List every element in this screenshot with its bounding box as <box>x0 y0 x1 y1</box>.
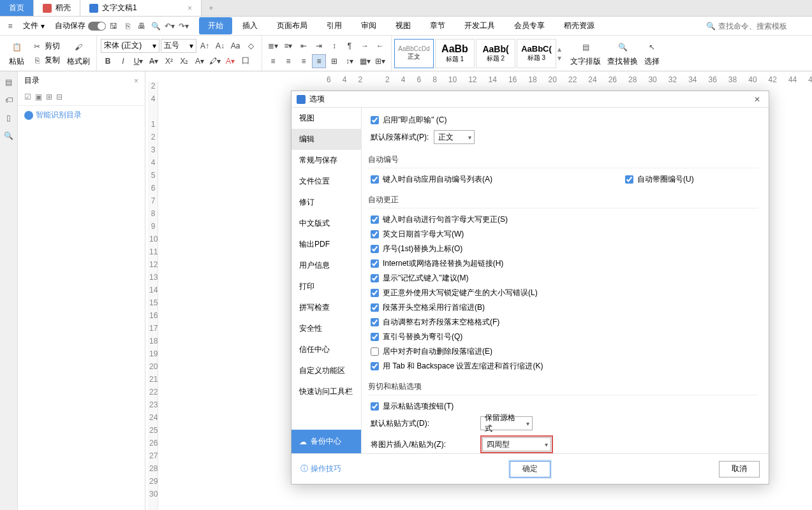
export-icon[interactable]: ⎘ <box>121 20 134 33</box>
ribbon-tab-view[interactable]: 视图 <box>387 17 420 34</box>
align-left-button[interactable]: ≡ <box>266 54 280 68</box>
preview-icon[interactable]: 🔍 <box>149 20 162 33</box>
align-justify-button[interactable]: ≡ <box>312 54 326 68</box>
tag-rail-icon[interactable]: 🏷 <box>3 94 15 106</box>
ribbon-tab-member[interactable]: 会员专享 <box>505 17 554 34</box>
dialog-nav-item[interactable]: 文件位置 <box>292 171 361 192</box>
tips-link[interactable]: ⓘ操作技巧 <box>300 463 341 474</box>
cancel-button[interactable]: 取消 <box>719 461 760 477</box>
minus-icon[interactable]: ⊟ <box>56 92 63 101</box>
ribbon-tab-resource[interactable]: 稻壳资源 <box>555 17 603 34</box>
search-rail-icon[interactable]: 🔍 <box>3 130 15 142</box>
superscript-button[interactable]: X² <box>162 54 176 68</box>
ribbon-tab-start[interactable]: 开始 <box>199 17 232 34</box>
ribbon-tab-insert[interactable]: 插入 <box>233 17 267 34</box>
outline-rail-icon[interactable]: ▤ <box>3 76 15 88</box>
auto-number-u-checkbox[interactable] <box>625 175 633 184</box>
print-icon[interactable]: 🖶 <box>135 20 148 33</box>
font-size-select[interactable]: 五号▾ <box>161 39 196 53</box>
close-icon[interactable]: × <box>188 4 192 13</box>
ac-checkbox[interactable] <box>371 318 379 326</box>
close-icon[interactable]: × <box>134 76 138 85</box>
bullets-button[interactable]: ≣▾ <box>266 39 280 53</box>
subscript-button[interactable]: X₂ <box>177 54 191 68</box>
text-layout-button[interactable]: ▤文字排版 <box>568 38 603 68</box>
paste-button[interactable]: 📋粘贴 <box>6 38 27 68</box>
redo-icon[interactable]: ↷▾ <box>177 20 190 33</box>
align-right-button[interactable]: ≡ <box>297 54 311 68</box>
file-menu-button[interactable]: 文件▾ <box>18 18 50 33</box>
search-input[interactable] <box>718 22 788 31</box>
bold-button[interactable]: B <box>101 54 115 68</box>
close-icon[interactable]: ✕ <box>751 93 764 106</box>
indent-inc-button[interactable]: ⇥ <box>312 39 326 53</box>
change-case-button[interactable]: Aa <box>228 39 242 53</box>
show-marks-button[interactable]: ¶ <box>343 39 357 53</box>
find-replace-button[interactable]: 🔍查找替换 <box>605 38 640 68</box>
ac-checkbox[interactable] <box>371 274 379 282</box>
check-icon[interactable]: ☑ <box>24 92 31 101</box>
copy-button[interactable]: ⎘复制 <box>29 54 62 67</box>
clear-format-button[interactable]: ◇ <box>244 39 258 53</box>
underline-button[interactable]: U▾ <box>131 54 145 68</box>
dialog-nav-item[interactable]: 快速访问工具栏 <box>292 381 361 402</box>
default-para-select[interactable]: 正文 <box>434 130 475 144</box>
ac-checkbox[interactable] <box>371 245 379 253</box>
tab-doc[interactable]: 文字文稿1× <box>80 0 202 16</box>
indent-dec-button[interactable]: ⇤ <box>297 39 311 53</box>
add-tab-button[interactable]: ＋ <box>202 0 221 16</box>
dialog-nav-item[interactable]: 修订 <box>292 192 361 213</box>
numbering-button[interactable]: ≡▾ <box>281 39 295 53</box>
ribbon-tab-ref[interactable]: 引用 <box>318 17 351 34</box>
ac-checkbox[interactable] <box>371 259 379 268</box>
bookmark-rail-icon[interactable]: ▯ <box>3 112 15 124</box>
format-painter-button[interactable]: 🖌格式刷 <box>64 38 92 68</box>
highlight-button[interactable]: 🖍▾ <box>208 54 222 68</box>
font-grow-button[interactable]: A↑ <box>198 39 212 53</box>
default-paste-select[interactable]: 保留源格式 <box>480 416 533 430</box>
dialog-nav-item[interactable]: 编辑 <box>292 129 361 150</box>
ribbon-tab-dev[interactable]: 开发工具 <box>455 17 504 34</box>
ribbon-tab-chapter[interactable]: 章节 <box>421 17 454 34</box>
dialog-nav-item[interactable]: 自定义功能区 <box>292 360 361 381</box>
insert-img-select[interactable]: 四周型 <box>482 437 551 451</box>
style-normal[interactable]: AaBbCcDd正文 <box>394 39 434 68</box>
dialog-nav-item[interactable]: 拼写检查 <box>292 297 361 318</box>
dialog-nav-item[interactable]: 用户信息 <box>292 255 361 276</box>
hamburger-icon[interactable]: ≡ <box>4 20 17 33</box>
ac-checkbox[interactable] <box>371 215 379 224</box>
ltr-button[interactable]: → <box>358 39 372 53</box>
text-effects-button[interactable]: A▾ <box>193 54 207 68</box>
backup-center-button[interactable]: ☁备份中心 <box>292 430 361 453</box>
style-h3[interactable]: AaBbC(标题 3 <box>517 39 556 68</box>
font-shrink-button[interactable]: A↓ <box>213 39 227 53</box>
ok-button[interactable]: 确定 <box>510 461 550 477</box>
style-scroll[interactable]: ▴▾ <box>557 45 561 62</box>
font-color-button[interactable]: A▾ <box>223 54 237 68</box>
italic-button[interactable]: I <box>116 54 130 68</box>
distribute-button[interactable]: ⊞ <box>327 54 341 68</box>
cut-button[interactable]: ✂剪切 <box>29 40 62 53</box>
style-h1[interactable]: AaBb标题 1 <box>435 39 475 68</box>
style-h2[interactable]: AaBb(标题 2 <box>476 39 515 68</box>
save-icon[interactable]: 🖫 <box>107 20 120 33</box>
rtl-button[interactable]: ← <box>373 39 387 53</box>
auto-number-a-checkbox[interactable] <box>371 175 379 184</box>
ac-checkbox[interactable] <box>371 289 379 297</box>
plus-icon[interactable]: ⊞ <box>46 92 52 101</box>
ac-checkbox[interactable] <box>371 333 379 341</box>
font-name-select[interactable]: 宋体 (正文)▾ <box>101 39 159 53</box>
borders-button[interactable]: ⊞▾ <box>373 54 387 68</box>
char-border-button[interactable]: 囗 <box>239 54 253 68</box>
align-center-button[interactable]: ≡ <box>281 54 295 68</box>
ac-checkbox[interactable] <box>371 362 379 370</box>
dialog-nav-item[interactable]: 信任中心 <box>292 339 361 360</box>
tab-home[interactable]: 首页 <box>0 0 34 16</box>
image-icon[interactable]: ▣ <box>35 92 42 101</box>
dialog-nav-item[interactable]: 安全性 <box>292 318 361 339</box>
dialog-nav-item[interactable]: 常规与保存 <box>292 150 361 171</box>
line-spacing-button[interactable]: ↕▾ <box>343 54 357 68</box>
sort-button[interactable]: ↕ <box>327 39 341 53</box>
ac-checkbox[interactable] <box>371 347 379 356</box>
ribbon-tab-review[interactable]: 审阅 <box>352 17 385 34</box>
